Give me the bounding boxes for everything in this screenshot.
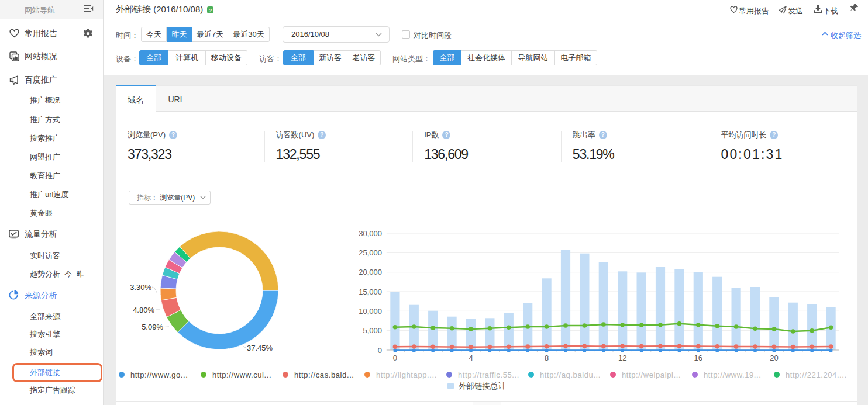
svg-text:4.80%: 4.80%: [133, 306, 154, 314]
svg-text:http://www.cul...: http://www.cul...: [212, 371, 271, 379]
svg-text:30,000: 30,000: [359, 229, 382, 238]
svg-text:25,000: 25,000: [359, 248, 382, 257]
svg-text:?: ?: [209, 8, 212, 13]
svg-text:16: 16: [694, 354, 702, 362]
svg-text:http://aq.baidu...: http://aq.baidu...: [540, 371, 601, 379]
svg-text:5,000: 5,000: [363, 326, 382, 335]
svg-text:http://lightapp....: http://lightapp....: [376, 371, 437, 379]
svg-text:5.09%: 5.09%: [142, 323, 163, 331]
svg-text:外部链接总计: 外部链接总计: [459, 382, 507, 390]
svg-text:10,000: 10,000: [359, 307, 382, 316]
svg-text:15,000: 15,000: [359, 288, 382, 296]
svg-text:http://cas.baid...: http://cas.baid...: [294, 371, 354, 379]
svg-text:20,000: 20,000: [359, 268, 382, 276]
svg-text:http://weipaipi...: http://weipaipi...: [622, 371, 681, 379]
svg-text:12: 12: [618, 354, 626, 362]
svg-text:8: 8: [545, 354, 549, 362]
svg-text:http://www.19...: http://www.19...: [704, 371, 761, 379]
svg-text:0: 0: [378, 346, 382, 355]
svg-text:0: 0: [393, 354, 397, 362]
svg-text:20: 20: [770, 354, 778, 362]
svg-text:4: 4: [469, 354, 473, 362]
svg-text:37.45%: 37.45%: [247, 344, 273, 352]
svg-text:http://www.go...: http://www.go...: [130, 371, 188, 379]
svg-text:http://traffic.55...: http://traffic.55...: [458, 371, 519, 379]
svg-text:3.30%: 3.30%: [130, 283, 151, 292]
svg-text:http://221.204....: http://221.204....: [786, 371, 847, 379]
